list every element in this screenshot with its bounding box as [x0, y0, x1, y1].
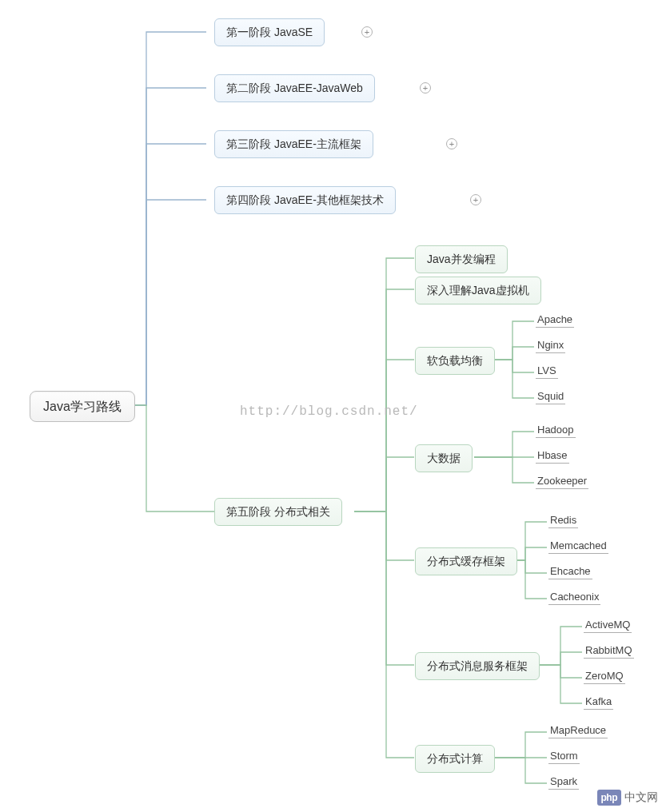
leaf-c3-2[interactable]: LVS — [536, 364, 558, 379]
footer-logo: php 中文网 — [597, 790, 659, 806]
leaf-c6-3[interactable]: Kafka — [584, 695, 613, 710]
stage-4-node[interactable]: 第四阶段 JavaEE-其他框架技术 — [214, 186, 396, 214]
leaf-c3-1[interactable]: Nginx — [536, 339, 565, 353]
leaf-c6-2[interactable]: ZeroMQ — [584, 670, 625, 684]
s5-c2-node[interactable]: 深入理解Java虚拟机 — [415, 277, 541, 304]
leaf-c7-1[interactable]: Storm — [548, 750, 580, 764]
s5-c1-node[interactable]: Java并发编程 — [415, 245, 508, 273]
leaf-c7-2[interactable]: Spark — [548, 775, 579, 790]
leaf-c4-1[interactable]: Hbase — [536, 449, 569, 464]
stage-3-node[interactable]: 第三阶段 JavaEE-主流框架 — [214, 130, 373, 158]
s5-c1-label: Java并发编程 — [427, 253, 496, 265]
leaf-c5-2[interactable]: Ehcache — [548, 565, 592, 579]
php-badge-icon: php — [597, 790, 622, 806]
footer-text: 中文网 — [624, 790, 658, 805]
root-label: Java学习路线 — [43, 400, 122, 413]
expand-stage-4[interactable] — [470, 194, 481, 205]
leaf-c6-0[interactable]: ActiveMQ — [584, 619, 632, 633]
s5-c4-label: 大数据 — [427, 452, 461, 464]
leaf-c4-2[interactable]: Zookeeper — [536, 475, 588, 489]
s5-c7-label: 分布式计算 — [427, 752, 483, 765]
s5-c5-label: 分布式缓存框架 — [427, 555, 505, 567]
stage-1-node[interactable]: 第一阶段 JavaSE — [214, 18, 325, 46]
stage-2-node[interactable]: 第二阶段 JavaEE-JavaWeb — [214, 74, 375, 102]
leaf-c5-1[interactable]: Memcached — [548, 539, 608, 554]
stage-5-node[interactable]: 第五阶段 分布式相关 — [214, 498, 342, 526]
s5-c6-node[interactable]: 分布式消息服务框架 — [415, 652, 540, 680]
leaf-c6-1[interactable]: RabbitMQ — [584, 644, 634, 659]
leaf-c3-0[interactable]: Apache — [536, 313, 574, 328]
expand-stage-1[interactable] — [361, 26, 373, 38]
stage-5-label: 第五阶段 分布式相关 — [226, 505, 330, 518]
stage-1-label: 第一阶段 JavaSE — [226, 26, 313, 38]
leaf-c4-0[interactable]: Hadoop — [536, 424, 576, 438]
root-node[interactable]: Java学习路线 — [30, 391, 135, 422]
expand-stage-3[interactable] — [446, 138, 457, 149]
s5-c4-node[interactable]: 大数据 — [415, 444, 473, 472]
stage-2-label: 第二阶段 JavaEE-JavaWeb — [226, 82, 363, 94]
leaf-c5-3[interactable]: Cacheonix — [548, 591, 600, 605]
watermark-text: http://blog.csdn.net/ — [240, 404, 418, 419]
s5-c7-node[interactable]: 分布式计算 — [415, 745, 495, 773]
s5-c5-node[interactable]: 分布式缓存框架 — [415, 547, 517, 575]
leaf-c7-0[interactable]: MapReduce — [548, 724, 608, 738]
s5-c3-node[interactable]: 软负载均衡 — [415, 347, 495, 375]
s5-c2-label: 深入理解Java虚拟机 — [427, 284, 529, 297]
leaf-c5-0[interactable]: Redis — [548, 514, 578, 528]
stage-3-label: 第三阶段 JavaEE-主流框架 — [226, 137, 361, 150]
stage-4-label: 第四阶段 JavaEE-其他框架技术 — [226, 193, 384, 206]
s5-c3-label: 软负载均衡 — [427, 354, 483, 367]
s5-c6-label: 分布式消息服务框架 — [427, 659, 528, 672]
leaf-c3-3[interactable]: Squid — [536, 390, 565, 404]
expand-stage-2[interactable] — [420, 82, 431, 94]
